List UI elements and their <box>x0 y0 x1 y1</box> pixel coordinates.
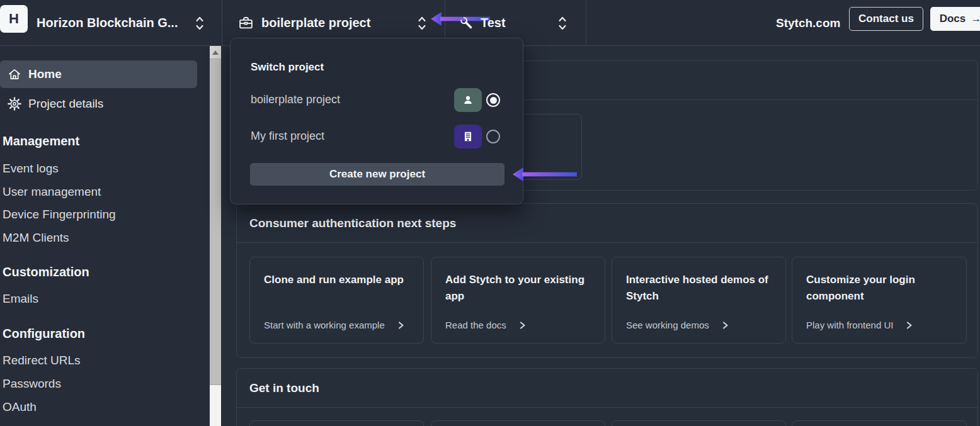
org-selector-chevrons[interactable] <box>195 0 204 46</box>
sidebar-item-device-fingerprinting[interactable]: Device Fingerprinting <box>0 204 210 225</box>
app-logo[interactable]: H <box>0 5 28 33</box>
org-name: Horizon Blockchain G... <box>37 16 178 30</box>
card-link[interactable]: See working demos <box>626 320 729 330</box>
switch-project-title: Switch project <box>251 61 324 74</box>
chevron-updown-icon <box>558 15 567 31</box>
docs-button[interactable]: Docs → <box>930 7 980 31</box>
card-link-label: Read the docs <box>445 320 506 330</box>
divider <box>222 0 222 46</box>
briefcase-icon <box>238 15 254 31</box>
chevron-right-icon <box>397 321 405 330</box>
chevron-right-icon <box>518 321 527 330</box>
scrollbar-thumb[interactable] <box>210 59 221 385</box>
divider <box>586 0 586 46</box>
contact-us-button[interactable]: Contact us <box>849 7 923 31</box>
create-new-project-button[interactable]: Create new project <box>250 163 504 186</box>
project-option-my-first[interactable]: My first project <box>251 130 324 143</box>
project-avatar <box>454 88 482 112</box>
gear-icon <box>8 97 21 111</box>
sidebar-item-oauth[interactable]: OAuth <box>0 396 210 418</box>
card-title: Clone and run example app <box>264 272 411 288</box>
card-clone-example[interactable]: Clone and run example app Start with a w… <box>249 257 424 344</box>
org-selector[interactable]: Horizon Blockchain G... <box>37 0 178 46</box>
sidebar-item-emails[interactable]: Emails <box>0 288 210 310</box>
section-get-in-touch: Get in touch <box>236 368 978 426</box>
sidebar-section-customization: Customization <box>0 262 210 281</box>
card-stub[interactable] <box>612 420 786 426</box>
home-icon <box>8 67 21 81</box>
card-stub[interactable] <box>431 420 605 426</box>
card-link-label: Play with frontend UI <box>806 320 893 330</box>
project-name: boilerplate project <box>261 16 370 30</box>
sidebar-item-user-management[interactable]: User management <box>0 181 210 203</box>
sidebar-item-project-details[interactable]: Project details <box>0 90 210 118</box>
sidebar-item-home[interactable]: Home <box>0 60 197 88</box>
annotation-arrow-create-project <box>513 165 577 183</box>
building-icon <box>461 130 475 143</box>
chevron-right-icon <box>905 321 913 330</box>
card-link[interactable]: Play with frontend UI <box>806 320 913 330</box>
wrench-icon <box>459 15 475 31</box>
card-stub[interactable] <box>792 420 967 426</box>
arrow-right-icon: → <box>971 13 980 25</box>
section-title: Get in touch <box>237 369 977 408</box>
sidebar-item-m2m-clients[interactable]: M2M Clients <box>0 227 210 249</box>
stytch-link[interactable]: Stytch.com <box>776 0 840 46</box>
card-title: Add Stytch to your existing app <box>445 272 592 305</box>
person-icon <box>461 93 475 107</box>
card-link-label: See working demos <box>626 320 709 330</box>
sidebar-item-event-logs[interactable]: Event logs <box>0 158 210 179</box>
docs-label: Docs <box>940 13 966 25</box>
environment-chevrons[interactable] <box>558 0 567 46</box>
sidebar: Home Project details Management Event lo… <box>0 46 210 426</box>
radio-selected[interactable] <box>486 93 500 107</box>
card-title: Customize your login component <box>806 272 954 305</box>
sidebar-item-label: Home <box>28 67 62 81</box>
environment-name: Test <box>481 16 506 30</box>
project-option-boilerplate[interactable]: boilerplate project <box>251 93 340 106</box>
sidebar-item-passwords[interactable]: Passwords <box>0 373 210 395</box>
radio-unselected[interactable] <box>486 130 500 143</box>
chevron-updown-icon <box>418 15 426 31</box>
scrollbar-up-button[interactable] <box>210 46 221 59</box>
sidebar-section-management: Management <box>0 132 210 150</box>
card-link[interactable]: Start with a working example <box>264 320 405 330</box>
sidebar-item-redirect-urls[interactable]: Redirect URLs <box>0 350 210 371</box>
contact-us-label: Contact us <box>858 13 914 25</box>
card-stub[interactable] <box>249 420 424 426</box>
card-customize-login[interactable]: Customize your login component Play with… <box>792 257 967 344</box>
switch-project-menu: Switch project boilerplate project My fi… <box>230 38 523 205</box>
card-hosted-demos[interactable]: Interactive hosted demos of Stytch See w… <box>612 257 786 344</box>
chevron-right-icon <box>721 321 729 330</box>
stytch-link-label: Stytch.com <box>776 16 840 30</box>
card-link[interactable]: Read the docs <box>445 320 527 330</box>
section-consumer-auth: Consumer authentication next steps Clone… <box>236 203 978 358</box>
card-link-label: Start with a working example <box>264 320 385 330</box>
chevron-updown-icon <box>195 15 204 31</box>
section-title: Consumer authentication next steps <box>237 204 977 243</box>
project-avatar <box>454 125 482 149</box>
card-add-stytch[interactable]: Add Stytch to your existing app Read the… <box>431 257 605 344</box>
sidebar-section-configuration: Configuration <box>0 324 210 343</box>
sidebar-item-label: Project details <box>28 97 103 111</box>
card-title: Interactive hosted demos of Stytch <box>626 272 773 305</box>
sidebar-scrollbar[interactable] <box>210 46 221 426</box>
